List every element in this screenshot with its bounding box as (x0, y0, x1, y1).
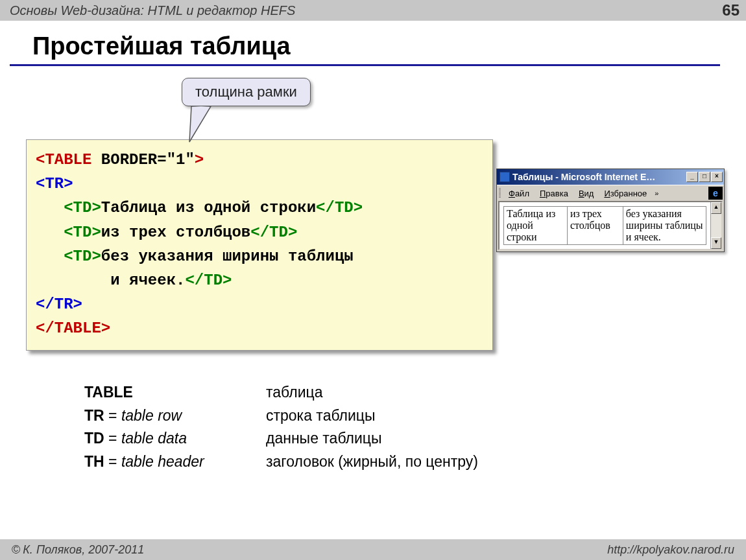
def-ru: данные таблицы (266, 427, 382, 450)
definitions-list: TABLE таблица TR = table row строка табл… (84, 381, 478, 474)
minimize-button[interactable]: _ (686, 172, 698, 182)
def-ru: таблица (266, 381, 322, 404)
scroll-track[interactable] (711, 214, 721, 237)
def-eng: table row (121, 407, 182, 424)
code-token: </TR> (36, 296, 82, 313)
def-ru: заголовок (жирный, по центру) (266, 450, 478, 474)
definition-row: TR = table row строка таблицы (84, 404, 478, 428)
def-term: TD (84, 430, 104, 447)
window-title: Таблицы - Microsoft Internet E… (512, 172, 686, 182)
definition-row: TD = table data данные таблицы (84, 427, 478, 450)
code-token: </TD> (250, 224, 297, 241)
example-table: Таблица из одной строки из трех столбцов… (503, 206, 706, 245)
code-token: </TD> (185, 272, 232, 289)
def-ru: строка таблицы (266, 404, 376, 428)
scroll-down-icon[interactable]: ▼ (711, 237, 721, 249)
grip-icon (499, 188, 501, 198)
page-content: Таблица из одной строки из трех столбцов… (499, 202, 710, 249)
chevron-right-icon[interactable]: » (653, 189, 660, 197)
code-token: из трех столбцов (101, 224, 250, 241)
svg-marker-0 (189, 106, 211, 142)
table-cell: без указания ширины таблицы и ячеек. (623, 207, 706, 245)
callout-bubble: толщина рамки (182, 78, 311, 106)
ie-logo-icon: e (708, 187, 723, 200)
code-token: и ячеек. (36, 272, 185, 289)
table-cell: Таблица из одной строки (504, 207, 568, 245)
def-term: TH (84, 453, 104, 470)
menu-fav[interactable]: Избранное (600, 189, 651, 198)
code-token: без указания ширины таблицы (101, 248, 354, 265)
code-sample: <TABLE BORDER="1"> <TR> <TD>Таблица из о… (26, 139, 493, 351)
window-titlebar: Таблицы - Microsoft Internet E… _ □ × (497, 169, 724, 185)
code-token: <TD> (36, 248, 101, 265)
menubar: Файл Правка Вид Избранное » e (497, 185, 724, 201)
code-token: </TD> (316, 199, 363, 216)
close-button[interactable]: × (711, 172, 723, 182)
code-token: </TABLE> (36, 320, 110, 337)
app-icon (499, 172, 510, 182)
page-number: 65 (722, 1, 740, 19)
code-token: <TD> (36, 199, 101, 216)
code-token: > (195, 151, 204, 169)
scrollbar[interactable]: ▲ ▼ (710, 202, 721, 249)
client-area: Таблица из одной строки из трех столбцов… (498, 201, 723, 250)
def-term: TABLE (84, 384, 133, 401)
browser-window: Таблицы - Microsoft Internet E… _ □ × Фа… (496, 169, 725, 252)
menu-file[interactable]: Файл (505, 189, 533, 198)
def-term: TR (84, 407, 104, 424)
menu-edit[interactable]: Правка (536, 189, 572, 198)
callout: толщина рамки (182, 78, 311, 106)
menu-view[interactable]: Вид (575, 189, 598, 198)
table-cell: из трех столбцов (567, 207, 623, 245)
def-eng: table data (121, 430, 187, 447)
copyright-icon: © (12, 543, 20, 556)
footer-author: ©К. Поляков, 2007-2011 (12, 543, 144, 557)
definition-row: TABLE таблица (84, 381, 478, 404)
code-token: <TD> (36, 224, 101, 241)
scroll-up-icon[interactable]: ▲ (711, 202, 721, 214)
code-token: Таблица из одной строки (101, 199, 316, 216)
code-token: <TABLE (36, 151, 91, 169)
maximize-button[interactable]: □ (699, 172, 710, 182)
slide-header: Основы Web-дизайна: HTML и редактор HEFS… (0, 0, 746, 21)
definition-row: TH = table header заголовок (жирный, по … (84, 450, 478, 474)
course-title: Основы Web-дизайна: HTML и редактор HEFS (10, 3, 295, 18)
slide-title: Простейшая таблица (32, 32, 746, 60)
title-underline (10, 64, 720, 66)
code-token: <TR> (36, 175, 73, 192)
slide-footer: ©К. Поляков, 2007-2011 http://kpolyakov.… (0, 539, 746, 560)
def-eng: table header (121, 453, 204, 470)
code-token: BORDER="1" (91, 151, 194, 169)
footer-url: http://kpolyakov.narod.ru (607, 543, 734, 557)
